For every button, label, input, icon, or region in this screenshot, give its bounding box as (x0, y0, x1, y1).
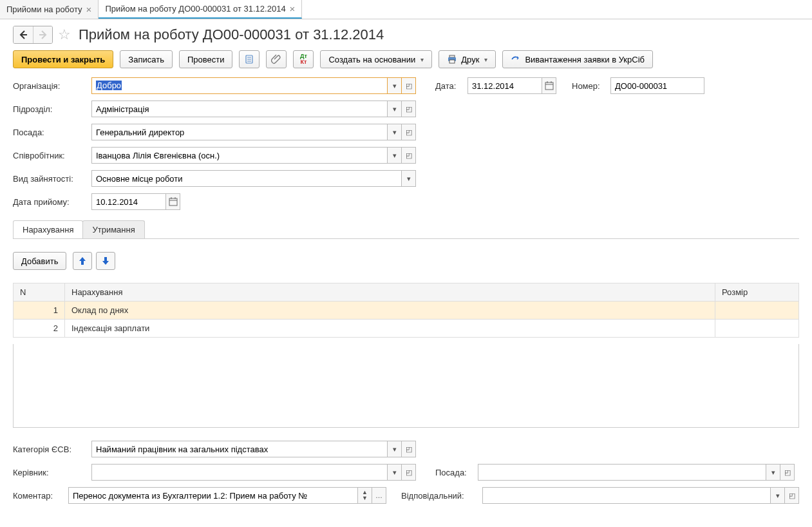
move-down-button[interactable] (96, 252, 115, 270)
tab-hiring-document[interactable]: Прийом на роботу ДО00-000031 от 31.12.20… (99, 0, 302, 19)
comment-label: Коментар: (13, 491, 64, 501)
dtkt-button[interactable]: ДтКт (293, 50, 314, 68)
dropdown-button[interactable]: ▾ (766, 464, 780, 481)
organization-label: Організація: (13, 81, 88, 91)
post-button[interactable]: Провести (179, 50, 233, 68)
col-n-header[interactable]: N (14, 283, 65, 302)
position2-input[interactable] (478, 464, 766, 481)
open-button[interactable]: ◰ (402, 441, 416, 457)
cell-size (715, 320, 799, 338)
move-up-button[interactable] (73, 252, 92, 270)
cell-size (715, 302, 799, 320)
dtkt-icon: ДтКт (300, 53, 307, 65)
hire-date-input-group (91, 193, 180, 210)
tabs-bar: Прийоми на роботу × Прийом на роботу ДО0… (0, 0, 812, 19)
manager-input[interactable] (91, 464, 388, 481)
tab-hiring-list[interactable]: Прийоми на роботу × (0, 0, 99, 19)
open-button[interactable]: ◰ (402, 147, 416, 164)
dropdown-button[interactable]: ▾ (388, 464, 402, 481)
date-label: Дата: (435, 81, 464, 91)
department-input[interactable] (91, 101, 388, 117)
table-empty-area[interactable] (13, 344, 799, 428)
category-esv-input-group: ▾ ◰ (91, 441, 416, 457)
printer-icon (447, 54, 457, 64)
svg-rect-6 (449, 55, 455, 57)
tab-accruals[interactable]: Нарахування (13, 220, 83, 238)
close-icon[interactable]: × (86, 5, 92, 14)
dropdown-button[interactable]: ▾ (388, 101, 402, 117)
position2-input-group: ▾ ◰ (478, 464, 795, 481)
title-row: ☆ Прийом на роботу ДО00-000031 от 31.12.… (13, 26, 799, 44)
employee-label: Співробітник: (13, 151, 88, 160)
dropdown-button[interactable]: ▾ (388, 147, 402, 164)
date-input-group (467, 77, 556, 94)
page-title: Прийом на роботу ДО00-000031 от 31.12.20… (79, 26, 384, 43)
dropdown-button[interactable]: ▾ (402, 170, 416, 187)
ellipsis-button[interactable]: … (372, 487, 386, 504)
toolbar: Провести и закрыть Записать Провести ДтК… (13, 50, 799, 68)
open-button[interactable]: ◰ (402, 464, 416, 481)
date-input[interactable] (467, 77, 542, 94)
employee-input[interactable] (91, 147, 388, 164)
dropdown-button[interactable]: ▾ (388, 77, 402, 94)
category-esv-label: Категорія ЄСВ: (13, 445, 88, 454)
chevron-down-icon: ▾ (420, 56, 424, 63)
table-row[interactable]: 1 Оклад по днях (14, 302, 799, 320)
department-input-group: ▾ ◰ (91, 101, 416, 117)
open-button[interactable]: ◰ (402, 101, 416, 117)
attachments-button[interactable] (266, 50, 287, 68)
position-label: Посада: (13, 128, 88, 137)
number-label: Номер: (572, 81, 607, 91)
forward-button[interactable] (33, 26, 52, 43)
calendar-button[interactable] (166, 193, 180, 210)
open-button[interactable]: ◰ (785, 487, 799, 504)
comment-input[interactable] (68, 487, 358, 504)
create-based-button[interactable]: Создать на основании ▾ (320, 50, 432, 68)
post-and-close-button[interactable]: Провести и закрыть (13, 50, 113, 68)
responsible-input[interactable] (482, 487, 771, 504)
col-size-header[interactable]: Розмір (715, 283, 799, 302)
cell-n: 2 (14, 320, 65, 338)
manager-label: Керівник: (13, 468, 88, 477)
open-button[interactable]: ◰ (402, 77, 416, 94)
dropdown-button[interactable]: ▾ (388, 124, 402, 140)
cell-n: 1 (14, 302, 65, 320)
employee-input-group: ▾ ◰ (91, 147, 416, 164)
save-button[interactable]: Записать (120, 50, 173, 68)
calendar-button[interactable] (542, 77, 556, 94)
tab-deductions[interactable]: Утримання (82, 220, 144, 238)
cell-accrual: Індексація зарплати (65, 320, 715, 338)
comment-input-group: ▲▼ … (68, 487, 386, 504)
responsible-input-group: ▾ ◰ (482, 487, 799, 504)
employment-type-label: Вид зайнятості: (13, 174, 88, 184)
tab-label: Прийоми на роботу (6, 5, 82, 14)
position-input[interactable] (91, 124, 388, 140)
favorite-star-icon[interactable]: ☆ (58, 27, 73, 43)
position-input-group: ▾ ◰ (91, 124, 416, 140)
table-row[interactable]: 2 Індексація зарплати (14, 320, 799, 338)
hire-date-input[interactable] (91, 193, 166, 210)
open-button[interactable]: ◰ (402, 124, 416, 140)
calendar-icon (544, 81, 554, 91)
category-esv-input[interactable] (91, 441, 388, 457)
structure-button[interactable] (239, 50, 260, 68)
print-button[interactable]: Друк ▾ (439, 50, 496, 68)
create-based-label: Создать на основании (328, 55, 415, 64)
tab-label: Прийом на роботу ДО00-000031 от 31.12.20… (105, 4, 285, 14)
export-ukrsib-button[interactable]: Вивантаження заявки в УкрСіб (502, 50, 653, 68)
col-accrual-header[interactable]: Нарахування (65, 283, 715, 302)
open-button[interactable]: ◰ (780, 464, 795, 481)
dropdown-button[interactable]: ▾ (771, 487, 785, 504)
cell-accrual: Оклад по днях (65, 302, 715, 320)
number-input[interactable] (610, 77, 704, 94)
employment-type-input[interactable] (91, 170, 402, 187)
nav-buttons (13, 26, 53, 44)
back-button[interactable] (14, 26, 33, 43)
add-row-button[interactable]: Добавить (13, 252, 66, 270)
organization-input[interactable] (91, 77, 388, 94)
spinner-button[interactable]: ▲▼ (358, 487, 372, 504)
close-icon[interactable]: × (290, 4, 296, 14)
dropdown-button[interactable]: ▾ (388, 441, 402, 457)
hire-date-label: Дата прийому: (13, 197, 88, 207)
arrow-left-icon (18, 30, 28, 40)
